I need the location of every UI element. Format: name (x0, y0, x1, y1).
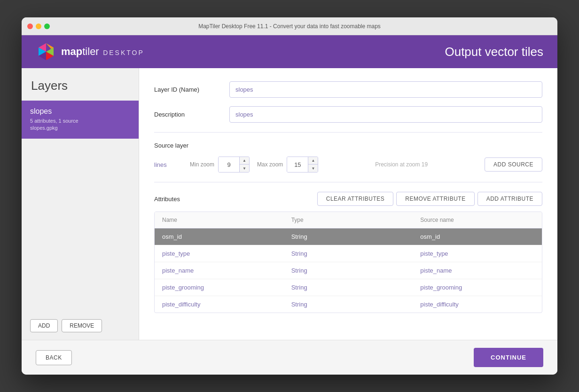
max-zoom-label: Max zoom (257, 161, 283, 168)
cell-source: osm_id (413, 228, 542, 245)
col-type-header: Type (284, 212, 413, 228)
add-attribute-button[interactable]: ADD ATTRIBUTE (477, 192, 542, 206)
main-content: Layers slopes 5 attributes, 1 source slo… (22, 68, 557, 340)
sidebar-title: Layers (31, 78, 129, 93)
table-header: Name Type Source name (155, 212, 542, 228)
description-row: Description (154, 106, 542, 123)
cell-type: String (284, 262, 413, 279)
cell-name: piste_difficulty (155, 296, 284, 313)
cell-type: String (284, 296, 413, 313)
app-header: maptiler DESKTOP Output vector tiles (22, 35, 557, 68)
cell-name: piste_type (155, 245, 284, 262)
cell-source: piste_grooming (413, 279, 542, 296)
max-zoom-wrapper: ▲ ▼ (287, 157, 318, 172)
attributes-table: Name Type Source name osm_id String osm_… (154, 212, 542, 313)
divider-2 (154, 182, 542, 182)
attributes-buttons: CLEAR ATTRIBUTES REMOVE ATTRIBUTE ADD AT… (317, 192, 542, 206)
min-zoom-wrapper: ▲ ▼ (218, 157, 250, 172)
title-bar: MapTiler Desktop Free 11.1 - Convert you… (22, 17, 557, 35)
remove-layer-button[interactable]: REMOVE (62, 319, 102, 332)
description-label: Description (154, 111, 229, 118)
col-name-header: Name (155, 212, 284, 228)
min-zoom-input[interactable] (219, 157, 239, 172)
layer-id-row: Layer ID (Name) (154, 81, 542, 98)
layer-info-line2: slopes.gpkg (30, 125, 130, 132)
footer: BACK CONTINUE (22, 340, 557, 375)
app-window: MapTiler Desktop Free 11.1 - Convert you… (22, 17, 557, 375)
layer-name: slopes (30, 107, 130, 116)
close-button[interactable] (27, 24, 33, 29)
back-button[interactable]: BACK (36, 350, 72, 365)
max-zoom-group: Max zoom ▲ ▼ (257, 157, 318, 172)
logo-text: maptiler DESKTOP (61, 46, 144, 58)
source-layer-label: Source layer (154, 142, 542, 149)
min-zoom-arrows: ▲ ▼ (239, 157, 249, 172)
cell-source: piste_difficulty (413, 296, 542, 313)
source-row: lines Min zoom ▲ ▼ Max zoom (154, 157, 542, 172)
traffic-lights (27, 24, 50, 29)
precision-text: Precision at zoom 19 (326, 161, 477, 168)
add-source-button[interactable]: ADD SOURCE (485, 157, 542, 172)
layer-id-input[interactable] (229, 81, 542, 98)
maptiler-logo-icon (36, 41, 56, 62)
sidebar-spacer (22, 139, 139, 312)
window-title: MapTiler Desktop Free 11.1 - Convert you… (198, 23, 381, 30)
cell-source: piste_name (413, 262, 542, 279)
cell-type: String (284, 228, 413, 245)
page-title: Output vector tiles (445, 45, 543, 59)
attributes-label: Attributes (154, 196, 317, 203)
col-source-header: Source name (413, 212, 542, 228)
divider-1 (154, 132, 542, 133)
sidebar: Layers slopes 5 attributes, 1 source slo… (22, 68, 139, 340)
cell-name: piste_grooming (155, 279, 284, 296)
table-body: osm_id String osm_id piste_type String p… (155, 228, 542, 313)
attributes-header: Attributes CLEAR ATTRIBUTES REMOVE ATTRI… (154, 192, 542, 206)
table-row[interactable]: piste_type String piste_type (155, 245, 542, 262)
logo-area: maptiler DESKTOP (36, 41, 144, 62)
table-row[interactable]: piste_name String piste_name (155, 262, 542, 279)
table-row[interactable]: piste_difficulty String piste_difficulty (155, 296, 542, 313)
layer-info-line1: 5 attributes, 1 source (30, 118, 130, 125)
maximize-button[interactable] (44, 24, 50, 29)
max-zoom-arrows: ▲ ▼ (308, 157, 318, 172)
remove-attribute-button[interactable]: REMOVE ATTRIBUTE (396, 192, 474, 206)
table-row[interactable]: osm_id String osm_id (155, 228, 542, 245)
logo-desktop-text: DESKTOP (103, 49, 144, 56)
clear-attributes-button[interactable]: CLEAR ATTRIBUTES (317, 192, 393, 206)
content-area: Layer ID (Name) Description Source layer… (139, 68, 557, 340)
add-layer-button[interactable]: ADD (30, 319, 58, 332)
source-name: lines (154, 161, 182, 168)
cell-source: piste_type (413, 245, 542, 262)
min-zoom-label: Min zoom (190, 161, 214, 168)
cell-name: piste_name (155, 262, 284, 279)
min-zoom-down[interactable]: ▼ (240, 165, 249, 172)
cell-type: String (284, 245, 413, 262)
cell-name: osm_id (155, 228, 284, 245)
max-zoom-down[interactable]: ▼ (308, 165, 318, 172)
sidebar-item-slopes[interactable]: slopes 5 attributes, 1 source slopes.gpk… (22, 101, 139, 139)
max-zoom-input[interactable] (287, 157, 308, 172)
logo-tiler: tiler (82, 46, 99, 57)
min-zoom-up[interactable]: ▲ (240, 157, 249, 165)
table-row[interactable]: piste_grooming String piste_grooming (155, 279, 542, 296)
min-zoom-group: Min zoom ▲ ▼ (190, 157, 250, 172)
sidebar-header: Layers (22, 68, 139, 101)
layer-id-label: Layer ID (Name) (154, 86, 229, 93)
max-zoom-up[interactable]: ▲ (308, 157, 318, 165)
cell-type: String (284, 279, 413, 296)
logo-map: map (61, 46, 82, 57)
minimize-button[interactable] (36, 24, 41, 29)
description-input[interactable] (229, 106, 542, 123)
sidebar-buttons: ADD REMOVE (22, 312, 139, 340)
continue-button[interactable]: CONTINUE (474, 348, 543, 367)
